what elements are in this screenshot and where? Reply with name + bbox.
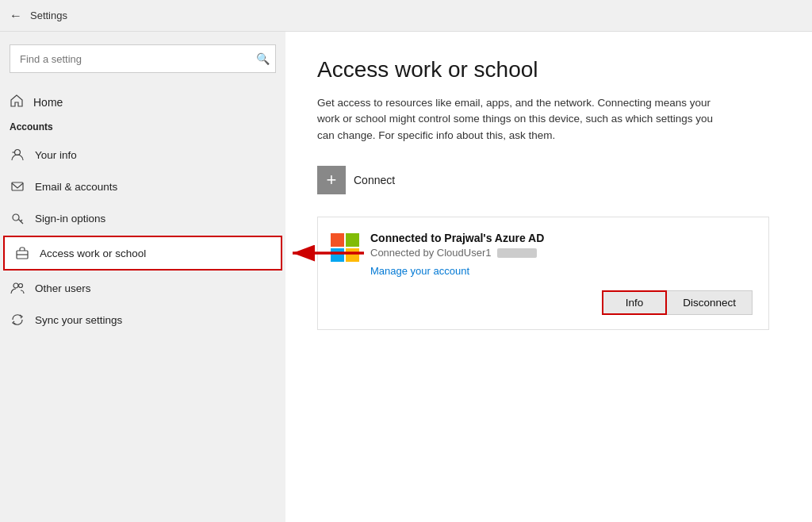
accounts-section-label: Accounts — [0, 118, 285, 139]
sync-settings-label: Sync your settings — [35, 314, 122, 326]
blurred-username — [497, 248, 537, 258]
connect-label: Connect — [354, 174, 395, 186]
sidebar-item-your-info[interactable]: Your info — [0, 139, 285, 171]
key-icon — [10, 210, 25, 226]
microsoft-logo — [331, 233, 359, 262]
ms-logo-blue — [331, 248, 344, 262]
account-connected-label: Connected to Prajwal's Azure AD — [370, 232, 753, 244]
search-box: 🔍 — [10, 44, 276, 73]
svg-point-3 — [13, 214, 19, 221]
ms-logo-red — [331, 233, 344, 247]
svg-point-9 — [13, 283, 18, 288]
email-icon — [10, 178, 25, 194]
title-bar: ← Settings — [0, 0, 812, 32]
account-card: Connected to Prajwal's Azure AD Connecte… — [317, 217, 769, 330]
sidebar: 🔍 Home Accounts Your info — [0, 32, 285, 522]
sync-icon — [10, 312, 25, 328]
other-users-label: Other users — [35, 282, 91, 294]
page-description: Get access to resources like email, apps… — [317, 95, 714, 144]
manage-account-link[interactable]: Manage your account — [370, 265, 469, 277]
home-label: Home — [33, 96, 63, 109]
svg-rect-2 — [12, 182, 23, 190]
title-bar-title: Settings — [30, 10, 67, 21]
access-work-school-label: Access work or school — [40, 248, 146, 259]
sidebar-item-home[interactable]: Home — [0, 86, 285, 118]
disconnect-button[interactable]: Disconnect — [667, 290, 753, 315]
main-container: 🔍 Home Accounts Your info — [0, 32, 812, 522]
content-area: Access work or school Get access to reso… — [285, 32, 812, 522]
connect-button[interactable]: + Connect — [317, 166, 780, 194]
account-card-top: Connected to Prajwal's Azure AD Connecte… — [331, 232, 753, 278]
your-info-label: Your info — [35, 149, 77, 161]
ms-logo-yellow — [346, 248, 359, 262]
page-title: Access work or school — [317, 57, 780, 83]
person-icon — [10, 147, 25, 163]
sidebar-item-access-work-school[interactable]: Access work or school — [3, 236, 282, 271]
search-icon: 🔍 — [256, 52, 270, 65]
svg-point-10 — [19, 284, 23, 288]
account-actions: Info Disconnect — [331, 290, 753, 315]
svg-line-5 — [21, 220, 22, 221]
people-icon — [10, 280, 25, 296]
info-button[interactable]: Info — [602, 290, 668, 315]
connect-plus-icon: + — [317, 166, 346, 194]
account-info: Connected to Prajwal's Azure AD Connecte… — [370, 232, 753, 278]
sign-in-options-label: Sign-in options — [35, 213, 105, 225]
home-icon — [10, 94, 24, 110]
back-button[interactable]: ← — [10, 9, 22, 23]
ms-logo-green — [346, 233, 359, 247]
search-input[interactable] — [10, 44, 276, 73]
briefcase-icon — [14, 245, 30, 261]
sidebar-item-sync-settings[interactable]: Sync your settings — [0, 304, 285, 336]
account-user-label: Connected by CloudUser1 — [370, 247, 753, 259]
sidebar-item-email-accounts[interactable]: Email & accounts — [0, 171, 285, 202]
sidebar-item-other-users[interactable]: Other users — [0, 272, 285, 304]
sidebar-item-sign-in-options[interactable]: Sign-in options — [0, 202, 285, 234]
email-accounts-label: Email & accounts — [35, 181, 117, 193]
